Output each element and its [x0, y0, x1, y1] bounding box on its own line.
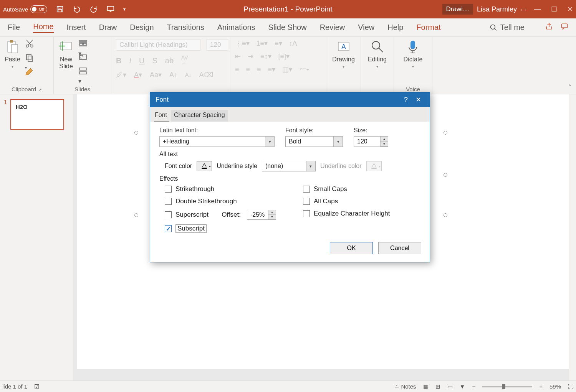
dialog-close-icon[interactable]: ✕ — [412, 96, 424, 104]
equalize-checkbox[interactable]: Equalize Character Height — [303, 210, 390, 217]
align-text-icon[interactable]: [≡]▾ — [278, 52, 290, 61]
italic-icon[interactable]: I — [129, 56, 131, 65]
increase-indent-icon[interactable]: ⇥ — [248, 52, 253, 61]
size-spinner[interactable]: 120 ▲▼ — [354, 136, 388, 147]
spinner-up-icon[interactable]: ▲ — [381, 137, 388, 142]
spinner-down-icon[interactable]: ▼ — [381, 142, 388, 147]
tab-animations[interactable]: Animations — [217, 23, 255, 32]
tell-me-search[interactable]: Tell me — [490, 23, 525, 32]
tab-insert[interactable]: Insert — [67, 23, 86, 32]
sorter-view-icon[interactable]: ⊞ — [435, 383, 440, 390]
normal-view-icon[interactable]: ▦ — [423, 383, 429, 390]
tab-file[interactable]: File — [8, 23, 20, 32]
selection-handle[interactable] — [444, 213, 447, 217]
align-left-icon[interactable]: ≡ — [235, 66, 239, 74]
paste-button[interactable]: Paste ▾ — [5, 39, 20, 69]
underline-icon[interactable]: U — [139, 56, 144, 65]
minimize-icon[interactable]: — — [534, 5, 541, 13]
spinner-up-icon[interactable]: ▲ — [268, 210, 276, 215]
layout-icon[interactable]: ▾ — [78, 39, 88, 48]
drawing-button[interactable]: A Drawing ▾ — [331, 39, 356, 69]
tab-help[interactable]: Help — [387, 23, 403, 32]
tab-font-dialog[interactable]: Font — [154, 110, 169, 122]
new-slide-button[interactable]: New Slide — [58, 39, 74, 70]
highlight-icon[interactable]: 🖊▾ — [116, 71, 126, 79]
tab-character-spacing[interactable]: Character Spacing — [171, 110, 228, 122]
maximize-icon[interactable]: ☐ — [551, 5, 557, 13]
autosave-toggle[interactable]: AutoSave Off — [3, 5, 47, 13]
cut-icon[interactable] — [25, 39, 34, 48]
strikethrough-checkbox[interactable]: Strikethrough — [165, 185, 276, 193]
font-color-icon[interactable]: A▾ — [134, 71, 142, 79]
underline-style-combo[interactable]: (none) ▾ — [262, 161, 316, 171]
save-icon[interactable] — [56, 5, 64, 13]
zoom-slider[interactable] — [482, 386, 532, 387]
spellcheck-icon[interactable]: ☑ — [34, 383, 39, 390]
vertical-scrollbar[interactable] — [569, 94, 576, 380]
ok-button[interactable]: OK — [330, 242, 373, 254]
bold-icon[interactable]: B — [116, 56, 121, 65]
tab-design[interactable]: Design — [130, 23, 154, 32]
selection-handle[interactable] — [444, 173, 447, 177]
tab-home[interactable]: Home — [33, 22, 53, 33]
tab-transitions[interactable]: Transitions — [167, 23, 204, 32]
slideshow-view-icon[interactable]: ▼ — [460, 383, 465, 390]
reset-icon[interactable] — [78, 53, 88, 61]
chevron-down-icon[interactable]: ▾ — [265, 137, 274, 147]
cancel-button[interactable]: Cancel — [378, 242, 421, 254]
small-caps-checkbox[interactable]: Small Caps — [303, 185, 390, 193]
strike-icon[interactable]: ab — [165, 56, 174, 65]
chevron-down-icon[interactable]: ▾ — [333, 137, 343, 147]
offset-spinner[interactable]: -25% ▲▼ — [247, 210, 276, 220]
selection-handle[interactable] — [444, 131, 447, 135]
slide-thumbnail[interactable]: H2O — [10, 99, 64, 130]
notes-button[interactable]: ≐ Notes — [394, 383, 416, 390]
align-right-icon[interactable]: ≡ — [257, 66, 261, 74]
font-style-combo[interactable]: Bold ▾ — [285, 136, 343, 147]
clipboard-launcher-icon[interactable]: ⤢ — [38, 87, 42, 92]
close-icon[interactable]: ✕ — [567, 5, 573, 13]
zoom-out-icon[interactable]: − — [472, 383, 475, 390]
undo-icon[interactable] — [73, 5, 81, 13]
decrease-indent-icon[interactable]: ⇤ — [235, 52, 241, 61]
drawing-tools-context-tab[interactable]: Drawi… — [442, 4, 473, 15]
dictate-button[interactable]: Dictate ▾ — [404, 39, 423, 69]
dialog-titlebar[interactable]: Font ? ✕ — [150, 92, 430, 107]
tab-slideshow[interactable]: Slide Show — [268, 23, 307, 32]
char-spacing-icon[interactable]: AV↔ — [181, 54, 188, 67]
zoom-level[interactable]: 59% — [550, 383, 561, 390]
tab-review[interactable]: Review — [320, 23, 345, 32]
bullets-icon[interactable]: ⋮≡▾ — [235, 39, 250, 48]
latin-font-combo[interactable]: +Heading ▾ — [159, 136, 275, 147]
all-caps-checkbox[interactable]: All Caps — [303, 198, 390, 205]
superscript-checkbox[interactable]: Superscript Offset: -25% ▲▼ — [165, 210, 276, 220]
grow-font-icon[interactable]: A↑ — [169, 71, 177, 79]
slideshow-icon[interactable] — [106, 5, 115, 13]
share-icon[interactable] — [545, 23, 553, 32]
dialog-help-icon[interactable]: ? — [400, 96, 412, 104]
selection-handle[interactable] — [134, 131, 138, 135]
font-size-combo[interactable]: 120 — [207, 39, 228, 51]
justify-icon[interactable]: ≡▾ — [268, 65, 276, 74]
columns-icon[interactable]: ▥▾ — [282, 65, 292, 74]
tab-draw[interactable]: Draw — [99, 23, 117, 32]
fit-window-icon[interactable]: ⛶ — [568, 383, 574, 390]
list-level-icon[interactable]: ≡▾ — [275, 39, 282, 48]
shrink-font-icon[interactable]: A↓ — [185, 72, 191, 78]
change-case-icon[interactable]: Aa▾ — [150, 71, 162, 79]
zoom-in-icon[interactable]: + — [539, 383, 543, 390]
ribbon-display-icon[interactable]: ▭ — [521, 6, 526, 13]
tab-view[interactable]: View — [358, 23, 374, 32]
spinner-down-icon[interactable]: ▼ — [268, 215, 276, 219]
line-spacing-icon[interactable]: ≡↕▾ — [260, 52, 271, 61]
align-center-icon[interactable]: ≡ — [246, 66, 250, 74]
autosave-switch[interactable]: Off — [30, 5, 47, 13]
chevron-down-icon[interactable]: ▾ — [306, 161, 315, 171]
editing-button[interactable]: Editing ▾ — [366, 39, 389, 69]
tab-format[interactable]: Format — [416, 23, 440, 32]
subscript-checkbox[interactable]: Subscript — [165, 224, 276, 233]
section-icon[interactable]: ▾ — [78, 67, 88, 75]
text-direction-icon[interactable]: ↕A — [289, 40, 297, 48]
clear-format-icon[interactable]: A⌫ — [199, 71, 213, 79]
copy-icon[interactable]: ▾ — [25, 53, 34, 61]
